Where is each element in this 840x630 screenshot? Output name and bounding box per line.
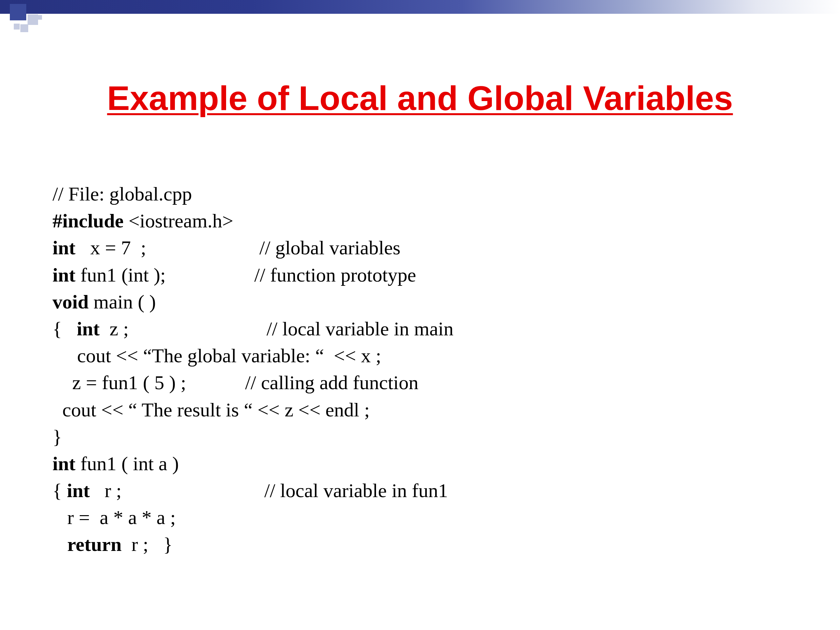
decorative-corner-icon <box>0 0 59 43</box>
code-line: z = fun1 ( 5 ) ; // calling add function <box>52 369 788 396</box>
code-line: } <box>52 423 788 450</box>
code-line: int fun1 (int ); // function prototype <box>52 262 788 289</box>
code-line: // File: global.cpp <box>52 180 788 207</box>
slide-title: Example of Local and Global Variables <box>107 79 733 118</box>
code-line: return r ; } <box>52 531 788 558</box>
header-gradient-bar <box>0 0 840 14</box>
code-line: { int r ; // local variable in fun1 <box>52 477 788 504</box>
code-line: int x = 7 ; // global variables <box>52 234 788 261</box>
code-line: cout << “ The result is “ << z << endl ; <box>52 396 788 423</box>
code-block: // File: global.cpp #include <iostream.h… <box>52 180 788 558</box>
slide: Example of Local and Global Variables //… <box>0 0 840 630</box>
code-line: int fun1 ( int a ) <box>52 450 788 477</box>
code-line: r = a * a * a ; <box>52 504 788 531</box>
code-line: cout << “The global variable: “ << x ; <box>52 342 788 369</box>
code-line: { int z ; // local variable in main <box>52 315 788 342</box>
slide-title-container: Example of Local and Global Variables <box>0 79 840 118</box>
code-line: void main ( ) <box>52 289 788 315</box>
code-line: #include <iostream.h> <box>52 207 788 234</box>
